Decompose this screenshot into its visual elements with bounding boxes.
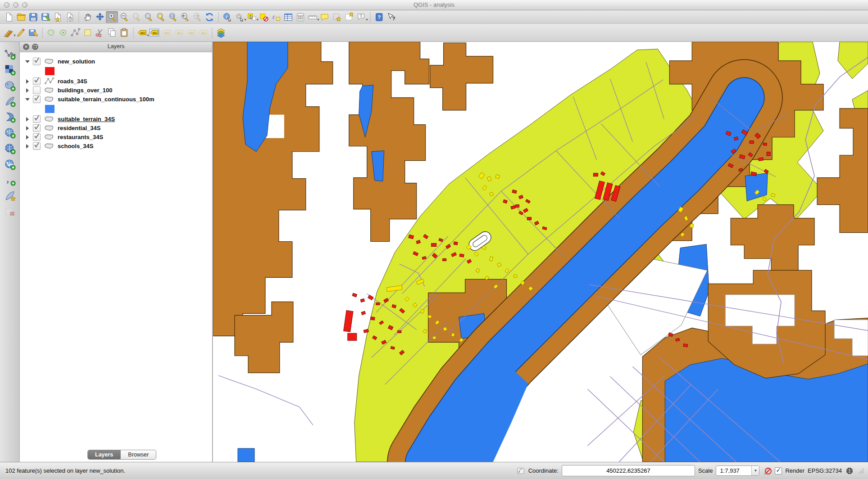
map-tips-icon[interactable]: [318, 11, 331, 23]
add-feature-icon[interactable]: [45, 27, 57, 39]
layer-name[interactable]: suitable_terrain_34S: [58, 116, 115, 122]
zoom-to-selection-icon[interactable]: [155, 11, 167, 23]
composer-manager-icon[interactable]: [64, 11, 76, 23]
help-icon[interactable]: ?: [373, 11, 385, 23]
layer-name[interactable]: new_solution: [58, 58, 95, 65]
stop-render-icon[interactable]: [763, 466, 772, 475]
expand-icon[interactable]: [24, 143, 30, 149]
show-bookmarks-icon[interactable]: [343, 11, 355, 23]
layer-visibility-checkbox[interactable]: [33, 95, 41, 103]
resize-grip[interactable]: [858, 468, 864, 474]
node-tool-icon[interactable]: [69, 27, 82, 39]
zoom-next-icon: [191, 11, 203, 23]
layer-name[interactable]: residential_34S: [58, 125, 100, 131]
layer-visibility-checkbox[interactable]: [33, 124, 41, 132]
add-wfs-layer-icon[interactable]: [3, 158, 17, 171]
expand-icon[interactable]: [24, 125, 30, 131]
new-spatialite-layer-icon[interactable]: [3, 189, 17, 202]
zoom-to-layer-icon[interactable]: [167, 11, 179, 23]
expand-icon[interactable]: [24, 87, 30, 93]
scale-combobox[interactable]: 1:7,937 ▼: [716, 465, 759, 476]
save-project-as-icon[interactable]: [39, 11, 51, 23]
move-feature-icon[interactable]: [57, 27, 69, 39]
select-by-expression-icon[interactable]: ε: [270, 11, 282, 23]
label-move-icon: abc: [173, 27, 185, 39]
layer-item-roads_34S[interactable]: roads_34S: [20, 77, 212, 86]
new-bookmark-icon[interactable]: [331, 11, 343, 23]
measure-icon[interactable]: ▼: [306, 11, 318, 23]
layer-item-suitable_terrain_continuous_100m[interactable]: suitable_terrain_continuous_100m: [20, 95, 212, 104]
layer-name[interactable]: buildings_over_100: [58, 87, 112, 94]
add-vector-layer-icon[interactable]: [3, 47, 17, 60]
building-footprint: [750, 141, 754, 144]
cut-features-icon[interactable]: [94, 27, 106, 39]
save-project-icon[interactable]: [27, 11, 39, 23]
refresh-map-icon[interactable]: [203, 11, 215, 23]
extents-toggle-icon[interactable]: [516, 466, 525, 475]
delete-selected-icon[interactable]: [82, 27, 94, 39]
field-calculator-icon[interactable]: [294, 11, 306, 23]
text-annotation-icon[interactable]: T▼: [355, 11, 367, 23]
layer-color-swatch[interactable]: [45, 67, 55, 75]
collapse-icon[interactable]: [24, 59, 30, 64]
add-postgis-layer-icon[interactable]: [3, 79, 17, 92]
layer-visibility-checkbox[interactable]: [33, 58, 41, 65]
layer-visibility-checkbox[interactable]: [33, 142, 41, 150]
coordinate-input[interactable]: [562, 465, 695, 476]
new-project-icon[interactable]: [3, 11, 15, 23]
run-feature-action-icon[interactable]: ▼: [233, 11, 245, 23]
processing-toolbox-icon[interactable]: [215, 27, 227, 39]
layer-name[interactable]: roads_34S: [58, 78, 87, 85]
chevron-down-icon[interactable]: ▼: [751, 466, 759, 475]
add-wms-layer-icon[interactable]: [3, 126, 17, 139]
zoom-in-icon[interactable]: [106, 11, 118, 23]
select-features-icon[interactable]: ▼: [245, 11, 258, 23]
add-spatialite-layer-icon[interactable]: [3, 95, 17, 108]
add-delimited-text-layer-icon[interactable]: ,: [3, 173, 17, 186]
layer-item-restaurants_34S[interactable]: restaurants_34S: [20, 132, 212, 141]
save-layer-edits-icon[interactable]: [27, 27, 39, 39]
layer-item-schools_34S[interactable]: schools_34S: [20, 141, 212, 150]
new-composer-icon[interactable]: [51, 11, 64, 23]
layer-visibility-checkbox[interactable]: [33, 115, 41, 123]
expand-icon[interactable]: [24, 116, 30, 122]
whats-this-icon[interactable]: ?: [385, 11, 397, 23]
expand-icon[interactable]: [24, 134, 30, 140]
zoom-full-icon[interactable]: [142, 11, 155, 23]
open-attribute-table-icon[interactable]: [282, 11, 294, 23]
paste-features-icon[interactable]: [118, 27, 130, 39]
toggle-editing-icon[interactable]: [15, 27, 27, 39]
pan-to-selection-icon[interactable]: [94, 11, 106, 23]
open-project-icon[interactable]: [15, 11, 27, 23]
layer-item-buildings_over_100[interactable]: buildings_over_100: [20, 86, 212, 95]
layer-item-suitable_terrain_34S[interactable]: suitable_terrain_34S: [20, 114, 212, 123]
expand-icon[interactable]: [24, 78, 30, 84]
labeling-icon[interactable]: abc▼: [136, 27, 148, 39]
layer-color-swatch[interactable]: [45, 105, 55, 113]
crs-globe-icon[interactable]: [845, 466, 854, 475]
add-mssql-layer-icon[interactable]: [3, 110, 17, 123]
layer-item-new_solution[interactable]: new_solution: [20, 57, 212, 66]
layer-name[interactable]: schools_34S: [58, 143, 94, 149]
layer-name[interactable]: suitable_terrain_continuous_100m: [58, 96, 155, 103]
layer-visibility-checkbox[interactable]: [33, 133, 41, 141]
identify-features-icon[interactable]: i: [221, 11, 233, 23]
tab-browser[interactable]: Browser: [121, 450, 156, 460]
zoom-last-icon[interactable]: [179, 11, 191, 23]
zoom-out-icon[interactable]: [118, 11, 130, 23]
pan-map-icon[interactable]: [82, 11, 94, 23]
collapse-icon[interactable]: [24, 96, 30, 102]
map-canvas[interactable]: [213, 42, 868, 462]
add-wcs-layer-icon[interactable]: [3, 142, 17, 155]
layer-name[interactable]: restaurants_34S: [58, 134, 103, 140]
layer-item-residential_34S[interactable]: residential_34S: [20, 123, 212, 132]
layer-visibility-checkbox[interactable]: [33, 86, 41, 94]
render-checkbox[interactable]: [775, 467, 782, 474]
label-pinned-icon[interactable]: abc: [148, 27, 160, 39]
layer-visibility-checkbox[interactable]: [33, 77, 41, 85]
tab-layers[interactable]: Layers: [87, 450, 121, 460]
current-edits-icon[interactable]: ▼: [3, 27, 15, 39]
deselect-features-icon[interactable]: [258, 11, 270, 23]
copy-features-icon[interactable]: [106, 27, 118, 39]
add-raster-layer-icon[interactable]: [3, 63, 17, 76]
